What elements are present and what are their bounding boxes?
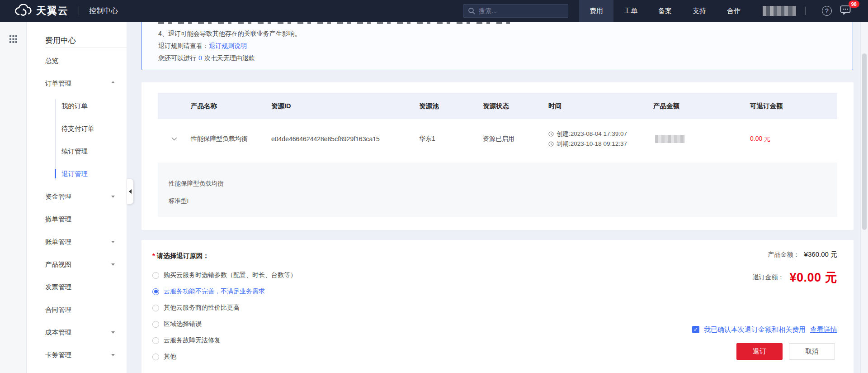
nav-item-cooperation[interactable]: 合作 [717, 0, 751, 22]
radio-icon [152, 272, 159, 279]
created-time: 创建:2023-08-04 17:39:07 [548, 129, 653, 139]
sidebar-orders-subgroup: 我的订单 待支付订单 续订管理 退订管理 [27, 95, 127, 185]
confirm-row: ✓ 我已确认本次退订金额和相关费用 查看详情 [692, 324, 837, 335]
scrollbar-thumb[interactable] [862, 53, 867, 230]
notice-rules-line: 退订规则请查看：退订规则说明 [158, 41, 247, 50]
chevron-up-icon [111, 81, 115, 83]
unsubscribe-management-page: 天翼云 控制中心 费用 工单 备案 支持 合作 ? 98 [0, 0, 868, 373]
reason-label: 区域选择错误 [164, 320, 202, 328]
col-header-product: 产品名称 [191, 102, 271, 110]
collapse-arrow-icon [129, 189, 132, 194]
sidebar-collapse-handle[interactable] [127, 179, 133, 204]
product-amount-row: 产品金额：¥360.00 元 [752, 249, 837, 260]
reason-label: 购买云服务时选错参数（配置、时长、台数等） [164, 271, 297, 279]
confirm-text: 我已确认本次退订金额和相关费用 [704, 325, 806, 334]
sidebar-item-unsubscribe[interactable]: 退订管理 [27, 163, 127, 185]
sidebar-menu: 总览 订单管理 我的订单 待支付订单 续订管理 退订管理 资金管理 撤单管理 账… [27, 48, 127, 366]
notice-line-4: 4、退订可能会导致其他存在的关联业务产生影响。 [158, 29, 301, 38]
sidebar-item-label: 产品视图 [45, 261, 71, 268]
sidebar-cost-center: 费用中心 总览 订单管理 我的订单 待支付订单 续订管理 退订管理 资金管理 撤… [27, 22, 127, 373]
sidebar-item-invoices[interactable]: 发票管理 [27, 276, 127, 298]
sidebar-item-label: 合同管理 [45, 306, 71, 313]
cloud-logo-icon[interactable] [14, 4, 32, 18]
sidebar-group-orders[interactable]: 订单管理 [27, 72, 127, 95]
reason-option-better-price[interactable]: 其他云服务商的性价比更高 [152, 301, 297, 314]
row-expand-chevron-icon[interactable] [171, 137, 177, 141]
sidebar-item-contracts[interactable]: 合同管理 [27, 298, 127, 321]
chevron-down-icon [111, 354, 115, 356]
left-rail [0, 22, 27, 373]
reason-label: 云服务功能不完善，不满足业务需求 [164, 287, 265, 296]
refund-suffix: 次七天无理由退款 [204, 54, 255, 62]
reason-label: 其他云服务商的性价比更高 [164, 304, 240, 312]
console-center-label[interactable]: 控制中心 [89, 6, 118, 16]
sidebar-item-my-orders[interactable]: 我的订单 [27, 95, 127, 117]
messages-icon[interactable]: 98 [840, 5, 851, 17]
required-asterisk: * [152, 252, 155, 259]
reason-option-wrong-region[interactable]: 区域选择错误 [152, 318, 297, 330]
chevron-down-icon [111, 196, 115, 198]
resource-table: 产品名称 资源ID 资源池 资源状态 时间 产品金额 可退订金额 性能保障型负载… [158, 93, 837, 217]
cancel-button[interactable]: 取消 [789, 343, 835, 360]
resource-table-card: 产品名称 资源ID 资源池 资源状态 时间 产品金额 可退订金额 性能保障型负载… [142, 82, 854, 230]
search-input[interactable] [479, 7, 563, 14]
confirm-checkbox[interactable]: ✓ [692, 326, 699, 333]
radio-icon [152, 305, 159, 311]
col-header-status: 资源状态 [483, 102, 548, 110]
cell-time: 创建:2023-08-04 17:39:07 到期:2023-10-18 09:… [548, 129, 653, 149]
reason-option-unfixable-fault[interactable]: 云服务故障无法修复 [152, 334, 297, 347]
account-name-redacted[interactable] [763, 6, 796, 16]
rules-prefix: 退订规则请查看： [158, 42, 209, 49]
amount-redacted [655, 135, 685, 143]
refund-amount-value: ¥0.00 元 [789, 269, 837, 286]
reason-option-other[interactable]: 其他 [152, 350, 297, 363]
reason-option-wrong-params[interactable]: 购买云服务时选错参数（配置、时长、台数等） [152, 269, 297, 282]
cell-product-name: 性能保障型负载均衡 [191, 135, 271, 143]
nav-item-beian[interactable]: 备案 [648, 0, 682, 22]
radio-icon [152, 321, 159, 328]
sidebar-item-label: 订单管理 [45, 80, 71, 87]
page-scrollbar [860, 22, 868, 373]
reason-option-incomplete-function[interactable]: 云服务功能不完善，不满足业务需求 [152, 285, 297, 298]
help-icon[interactable]: ? [822, 6, 832, 16]
sidebar-item-label: 账单管理 [45, 238, 71, 245]
sidebar-group-funds[interactable]: 资金管理 [27, 185, 127, 208]
sidebar-group-product-view[interactable]: 产品视图 [27, 253, 127, 276]
sidebar-item-label: 撤单管理 [45, 215, 71, 223]
global-search[interactable] [463, 4, 568, 18]
sidebar-item-label: 退订管理 [61, 170, 88, 177]
nav-item-fees[interactable]: 费用 [579, 0, 613, 22]
col-header-time: 时间 [548, 102, 653, 110]
top-navbar: 天翼云 控制中心 费用 工单 备案 支持 合作 ? 98 [0, 0, 868, 22]
search-icon [468, 7, 475, 14]
reason-label: 云服务故障无法修复 [164, 336, 221, 344]
sidebar-item-label: 总览 [45, 57, 58, 64]
sidebar-group-cost[interactable]: 成本管理 [27, 321, 127, 344]
detail-spec: 标准型I [169, 197, 837, 205]
cell-pool: 华东1 [419, 135, 483, 143]
sidebar-item-overview[interactable]: 总览 [27, 49, 127, 72]
sidebar-item-renewal[interactable]: 续订管理 [27, 140, 127, 163]
unsubscribe-button[interactable]: 退订 [736, 343, 783, 360]
navbar-menu: 费用 工单 备案 支持 合作 [579, 0, 751, 22]
nav-item-support[interactable]: 支持 [682, 0, 717, 22]
view-details-link[interactable]: 查看详情 [810, 325, 837, 334]
notice-refund-line: 您还可以进行0次七天无理由退款 [158, 53, 255, 62]
refund-count: 0 [198, 54, 202, 62]
radio-icon [152, 337, 159, 344]
app-launcher-icon[interactable] [9, 35, 17, 45]
rules-link[interactable]: 退订规则说明 [209, 42, 247, 49]
detail-product-name: 性能保障型负载均衡 [169, 180, 837, 188]
nav-item-tickets[interactable]: 工单 [613, 0, 648, 22]
col-header-resource-id: 资源ID [271, 102, 419, 110]
action-buttons: 退订 取消 [736, 343, 835, 360]
sidebar-group-coupons[interactable]: 卡券管理 [27, 344, 127, 366]
reason-radio-group: 购买云服务时选错参数（配置、时长、台数等） 云服务功能不完善，不满足业务需求 其… [152, 269, 297, 367]
product-amount-label: 产品金额： [768, 251, 800, 258]
cell-resource-id: e04de4664624428e85cf8929f163ca15 [271, 135, 419, 143]
sidebar-item-unpaid-orders[interactable]: 待支付订单 [27, 117, 127, 140]
sidebar-group-bills[interactable]: 账单管理 [27, 230, 127, 253]
reason-label: 其他 [164, 353, 176, 361]
sidebar-item-cancel-orders[interactable]: 撤单管理 [27, 208, 127, 230]
chevron-down-icon [111, 331, 115, 334]
